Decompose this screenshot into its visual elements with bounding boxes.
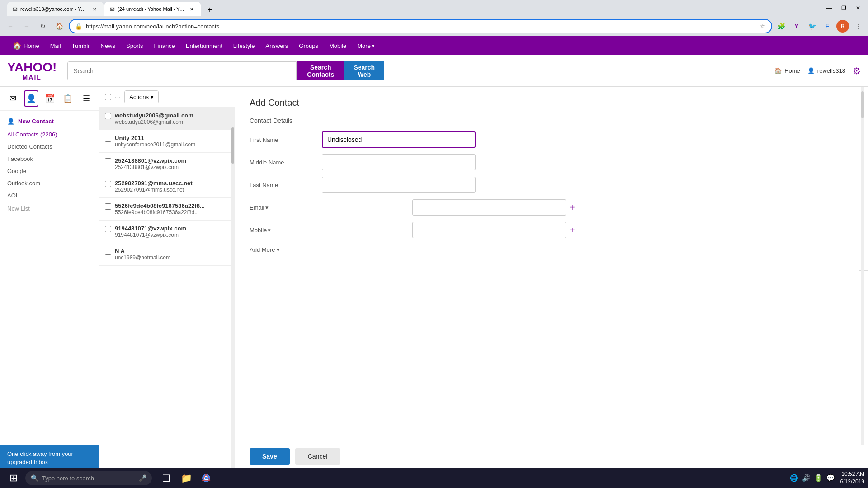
search-web-button[interactable]: Search Web <box>344 61 384 80</box>
yahoo-extension-icon[interactable]: Y <box>790 20 803 33</box>
notification-icon[interactable]: 💬 <box>826 474 835 482</box>
profile-button[interactable]: R <box>836 20 849 33</box>
last-name-row: Last Name <box>250 177 854 193</box>
cancel-button[interactable]: Cancel <box>295 448 340 465</box>
tab2-close[interactable]: ✕ <box>188 5 195 13</box>
middle-name-input[interactable] <box>322 154 476 170</box>
contact-checkbox-1[interactable] <box>105 136 111 142</box>
home-nav-button[interactable]: 🏠 <box>52 19 66 33</box>
add-tab-button[interactable]: + <box>203 4 216 16</box>
search-input[interactable] <box>67 61 297 80</box>
yahoo2-extension-icon[interactable]: 🐦 <box>806 20 818 33</box>
form-scrollbar[interactable] <box>861 87 864 445</box>
nav-sports[interactable]: Sports <box>121 36 149 55</box>
sidebar-calendar-icon[interactable]: 📅 <box>42 90 57 107</box>
nav-home[interactable]: 🏠 Home <box>7 36 45 55</box>
first-name-label: First Name <box>250 136 322 143</box>
list-item[interactable]: 5526fe9de4b08fc9167536a22f8... 5526fe9de… <box>99 198 235 221</box>
list-item[interactable]: webstudyu2006@gmail.com webstudyu2006@gm… <box>99 108 235 130</box>
save-button[interactable]: Save <box>250 448 290 465</box>
list-item[interactable]: 2524138801@vzwpix.com 2524138801@vzwpix.… <box>99 153 235 175</box>
last-name-input[interactable] <box>322 177 476 193</box>
actions-button[interactable]: Actions ▾ <box>124 90 159 103</box>
contact-list-scrollbar[interactable] <box>231 109 235 472</box>
list-item[interactable]: 9194481071@vzwpix.com 9194481071@vzwpix.… <box>99 221 235 243</box>
outlook-item[interactable]: Outlook.com <box>0 177 99 189</box>
nav-tumblr[interactable]: Tumblr <box>66 36 95 55</box>
new-contact-item[interactable]: 👤 New Contact <box>0 114 99 128</box>
maximize-button[interactable]: ❐ <box>837 2 850 14</box>
contact-checkbox-2[interactable] <box>105 158 111 164</box>
ellipsis-icon[interactable]: ··· <box>115 93 121 101</box>
list-item[interactable]: N A unc1989@hotmail.com <box>99 243 235 266</box>
sidebar-notes-icon[interactable]: 📋 <box>61 90 75 107</box>
facebook-item[interactable]: Facebook <box>0 153 99 165</box>
task-view-button[interactable]: ❑ <box>157 469 175 487</box>
select-all-checkbox[interactable] <box>105 94 111 100</box>
list-item[interactable]: 2529027091@mms.uscc.net 2529027091@mms.u… <box>99 175 235 198</box>
url-text: https://mail.yahoo.com/neo/launch?action… <box>86 23 756 30</box>
add-email-button[interactable]: + <box>570 202 575 213</box>
taskbar-mic-icon[interactable]: 🎤 <box>139 474 146 482</box>
nav-mobile[interactable]: Mobile <box>324 36 352 55</box>
forward-button[interactable]: → <box>20 19 33 33</box>
network-icon[interactable]: 🌐 <box>790 474 798 482</box>
user-link[interactable]: 👤 rewells318 <box>807 67 845 74</box>
nav-groups[interactable]: Groups <box>293 36 324 55</box>
reload-button[interactable]: ↻ <box>36 19 50 33</box>
another-extension-icon[interactable]: F <box>821 20 834 33</box>
sidebar-contacts-icon[interactable]: 👤 <box>24 90 39 107</box>
file-explorer-button[interactable]: 📁 <box>177 469 195 487</box>
home-link[interactable]: 🏠 Home <box>774 67 800 74</box>
menu-button[interactable]: ⋮ <box>852 20 864 33</box>
bookmark-icon[interactable]: ☆ <box>760 23 766 30</box>
all-contacts-item[interactable]: All Contacts (2206) <box>0 128 99 141</box>
contact-checkbox-4[interactable] <box>105 203 111 210</box>
tab-2[interactable]: ✉ (24 unread) - Yahoo Mail - Yahoo... ✕ <box>104 2 201 16</box>
address-bar[interactable]: 🔒 https://mail.yahoo.com/neo/launch?acti… <box>69 19 772 33</box>
email-dropdown[interactable]: Email ▾ <box>250 204 269 211</box>
nav-mail[interactable]: Mail <box>45 36 66 55</box>
battery-icon[interactable]: 🔋 <box>814 474 823 482</box>
back-button[interactable]: ← <box>4 19 17 33</box>
sidebar-list-icon[interactable]: ☰ <box>79 90 94 107</box>
mobile-input[interactable] <box>412 222 566 238</box>
search-contacts-button[interactable]: Search Contacts <box>297 61 344 80</box>
sound-icon[interactable]: 🔊 <box>802 474 811 482</box>
nav-entertainment[interactable]: Entertainment <box>180 36 228 55</box>
start-button[interactable]: ⊞ <box>4 468 24 488</box>
tab1-close[interactable]: ✕ <box>91 5 98 13</box>
nav-finance[interactable]: Finance <box>149 36 180 55</box>
settings-icon[interactable]: ⚙ <box>853 66 861 76</box>
contact-checkbox-6[interactable] <box>105 249 111 255</box>
aol-item[interactable]: AOL <box>0 189 99 202</box>
list-item[interactable]: Unity 2011 unityconference2011@gmail.com <box>99 130 235 153</box>
minimize-button[interactable]: — <box>823 2 835 14</box>
add-mobile-button[interactable]: + <box>570 225 575 235</box>
sidebar-mail-icon[interactable]: ✉ <box>5 90 20 107</box>
first-name-input[interactable] <box>322 131 476 148</box>
upgrade-banner[interactable]: One click away from your upgraded Inbox <box>0 445 99 472</box>
tab-1[interactable]: ✉ rewells318@yahoo.com - Yahoo... ✕ <box>7 2 104 16</box>
contact-checkbox-5[interactable] <box>105 226 111 232</box>
google-item[interactable]: Google <box>0 165 99 177</box>
nav-answers[interactable]: Answers <box>260 36 293 55</box>
contact-checkbox-3[interactable] <box>105 181 111 187</box>
taskbar-search[interactable]: 🔍 Type here to search 🎤 <box>25 471 152 485</box>
taskbar-datetime[interactable]: 10:52 AM 6/12/2019 <box>840 470 864 486</box>
mobile-dropdown[interactable]: Mobile ▾ <box>250 227 271 234</box>
contact-checkbox-0[interactable] <box>105 113 111 119</box>
first-name-row: First Name <box>250 131 854 148</box>
email-input[interactable] <box>412 199 566 216</box>
nav-news[interactable]: News <box>95 36 121 55</box>
close-button[interactable]: ✕ <box>852 2 864 14</box>
extensions-icon[interactable]: 🧩 <box>775 20 788 33</box>
taskbar: ⊞ 🔍 Type here to search 🎤 ❑ 📁 🌐 🔊 🔋 💬 10… <box>0 468 868 488</box>
nav-lifestyle[interactable]: Lifestyle <box>228 36 260 55</box>
chrome-taskbar-button[interactable] <box>197 469 215 487</box>
add-more-row[interactable]: Add More ▾ <box>250 244 854 255</box>
new-list-item[interactable]: New List <box>0 202 99 216</box>
deleted-contacts-item[interactable]: Deleted Contacts <box>0 141 99 153</box>
nav-more[interactable]: More ▾ <box>352 36 380 55</box>
contact-email-0: webstudyu2006@gmail.com <box>115 119 229 125</box>
